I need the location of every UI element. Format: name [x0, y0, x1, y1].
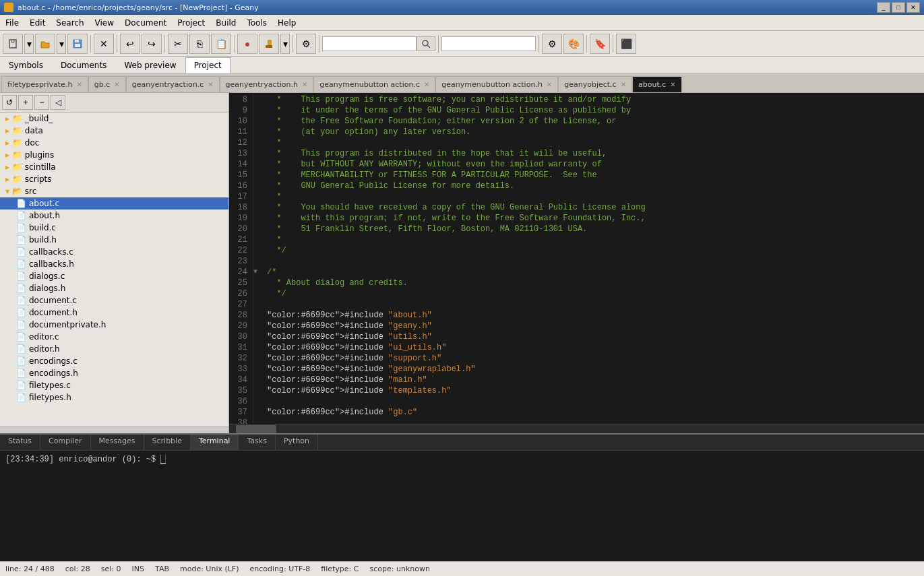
tree-item-doc[interactable]: ▸ 📁doc [0, 137, 228, 149]
tree-item-document-h[interactable]: 📄document.h [0, 307, 228, 319]
new-dropdown-button[interactable]: ▾ [24, 34, 34, 54]
close-geanyentryaction-h[interactable]: ✕ [302, 81, 307, 88]
close-filetypesprivate[interactable]: ✕ [76, 81, 82, 88]
tree-item--build-[interactable]: ▸ 📁_build_ [0, 113, 228, 125]
bottom-tab-python[interactable]: Python [276, 435, 318, 450]
bookmark-button[interactable]: 🔖 [590, 34, 610, 54]
tree-item-build-h[interactable]: 📄build.h [0, 234, 228, 246]
tree-item-scripts[interactable]: ▸ 📁scripts [0, 173, 228, 185]
terminal-button[interactable]: ⬛ [616, 34, 636, 54]
code-editor[interactable]: * This program is free software; you can… [261, 93, 924, 424]
close-geanyentryaction-c[interactable]: ✕ [208, 81, 213, 88]
sidebar-scrollbar[interactable] [0, 426, 228, 433]
tree-item-data[interactable]: ▸ 📁data [0, 125, 228, 137]
tab-geanyobject[interactable]: geanyobject.c ✕ [558, 76, 632, 92]
search-input[interactable] [322, 36, 417, 51]
tree-item-label: about.h [29, 211, 60, 220]
search-execute-button[interactable] [417, 36, 435, 51]
redo-button[interactable]: ↪ [142, 34, 162, 54]
open-dropdown-button[interactable]: ▾ [57, 34, 66, 54]
terminal-content[interactable]: [23:34:39] enrico@andor (0): ~$ █ [0, 451, 924, 561]
prefs-button[interactable]: ⚙ [542, 34, 562, 54]
tab-geanymenu-h[interactable]: geanymenubutton action.h ✕ [435, 76, 558, 92]
tree-item-encodings-h[interactable]: 📄encodings.h [0, 367, 228, 379]
menu-tools[interactable]: Tools [241, 16, 272, 30]
tab-geanyentryaction-h[interactable]: geanyentryaction.h ✕ [220, 76, 314, 92]
tree-item-encodings-c[interactable]: 📄encodings.c [0, 355, 228, 367]
tree-item-label: data [25, 126, 43, 135]
file-icon: 📄 [16, 332, 26, 342]
tree-item-about-h[interactable]: 📄about.h [0, 210, 228, 222]
tree-item-dialogs-c[interactable]: 📄dialogs.c [0, 270, 228, 282]
menu-help[interactable]: Help [272, 16, 301, 30]
close-gbc[interactable]: ✕ [114, 81, 119, 88]
cut-button[interactable]: ✂ [168, 34, 188, 54]
sidebar-remove-button[interactable]: − [34, 95, 49, 110]
tab-aboutc[interactable]: about.c ✕ [632, 76, 682, 92]
bottom-tab-scribble[interactable]: Scribble [144, 435, 191, 450]
tree-item-dialogs-h[interactable]: 📄dialogs.h [0, 282, 228, 294]
menu-edit[interactable]: Edit [24, 16, 51, 30]
tree-item-document-c[interactable]: 📄document.c [0, 294, 228, 307]
tree-item-src[interactable]: ▾ 📂src [0, 185, 228, 197]
tree-item-label: scintilla [25, 162, 56, 172]
bottom-tab-messages[interactable]: Messages [91, 435, 144, 450]
paste-button[interactable]: 📋 [211, 34, 231, 54]
tree-item-filetypes-h[interactable]: 📄filetypes.h [0, 391, 228, 404]
maximize-button[interactable]: □ [892, 2, 905, 13]
compile-button[interactable]: ⚙ [296, 34, 316, 54]
tab-project[interactable]: Project [185, 57, 230, 73]
close-geanymenu-c[interactable]: ✕ [424, 81, 429, 88]
menu-document[interactable]: Document [119, 16, 172, 30]
sidebar-add-button[interactable]: + [18, 95, 33, 110]
tree-item-build-c[interactable]: 📄build.c [0, 222, 228, 234]
minimize-button[interactable]: _ [877, 2, 890, 13]
tree-item-editor-h[interactable]: 📄editor.h [0, 343, 228, 355]
color-button[interactable]: 🎨 [563, 34, 584, 54]
tree-item-callbacks-h[interactable]: 📄callbacks.h [0, 258, 228, 270]
bottom-tab-status[interactable]: Status [0, 435, 40, 450]
menu-view[interactable]: View [90, 16, 119, 30]
close-geanyobject[interactable]: ✕ [621, 81, 626, 88]
close-aboutc[interactable]: ✕ [670, 81, 675, 88]
menu-build[interactable]: Build [210, 16, 241, 30]
run-button[interactable]: ● [237, 34, 257, 54]
tree-item-editor-c[interactable]: 📄editor.c [0, 331, 228, 343]
undo-button[interactable]: ↩ [120, 34, 140, 54]
tree-item-callbacks-c[interactable]: 📄callbacks.c [0, 246, 228, 258]
new-button[interactable] [3, 34, 23, 54]
build-dropdown-button[interactable]: ▾ [280, 34, 290, 54]
tree-item-plugins[interactable]: ▸ 📁plugins [0, 149, 228, 161]
code-container[interactable]: 8 9 10 11 12 13 14 15 16 17 18 19 20 21 … [229, 93, 924, 424]
titlebar-controls[interactable]: _ □ ✕ [877, 2, 920, 13]
tree-item-about-c[interactable]: 📄about.c [0, 197, 228, 210]
horizontal-scrollbar[interactable] [229, 424, 924, 433]
save-button[interactable] [67, 34, 88, 54]
close-button[interactable]: ✕ [906, 2, 920, 13]
copy-button[interactable]: ⎘ [189, 34, 210, 54]
menu-project[interactable]: Project [172, 16, 210, 30]
tab-documents[interactable]: Documents [52, 57, 115, 73]
tab-symbols[interactable]: Symbols [0, 57, 52, 73]
menu-file[interactable]: File [0, 16, 24, 30]
tab-filetypesprivate[interactable]: filetypesprivate.h ✕ [1, 76, 88, 92]
menu-search[interactable]: Search [51, 16, 89, 30]
close-button[interactable]: ✕ [94, 34, 114, 54]
close-geanymenu-h[interactable]: ✕ [547, 81, 552, 88]
tree-item-scintilla[interactable]: ▸ 📁scintilla [0, 161, 228, 173]
sidebar-collapse-button[interactable]: ◁ [51, 95, 65, 110]
bottom-tab-terminal[interactable]: Terminal [191, 435, 239, 450]
bottom-tab-compiler[interactable]: Compiler [40, 435, 91, 450]
build-button[interactable] [259, 34, 279, 54]
open-button[interactable] [35, 34, 55, 54]
tab-geanyentryaction-c[interactable]: geanyentryaction.c ✕ [126, 76, 220, 92]
tab-geanymenu-c[interactable]: geanymenubutton action.c ✕ [313, 76, 435, 92]
tab-webpreview[interactable]: Web preview [115, 57, 185, 73]
tab-gbc[interactable]: gb.c ✕ [88, 76, 126, 92]
tree-item-documentprivate-h[interactable]: 📄documentprivate.h [0, 319, 228, 331]
sidebar-refresh-button[interactable]: ↺ [2, 95, 17, 110]
separator-8 [538, 35, 539, 53]
replace-input[interactable] [441, 36, 536, 51]
bottom-tab-tasks[interactable]: Tasks [239, 435, 275, 450]
tree-item-filetypes-c[interactable]: 📄filetypes.c [0, 379, 228, 391]
